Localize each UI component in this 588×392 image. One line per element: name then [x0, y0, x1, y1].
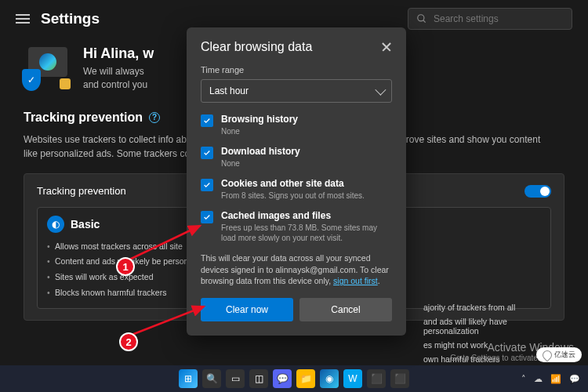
close-icon[interactable] [381, 42, 392, 53]
wifi-icon[interactable]: 📶 [550, 374, 561, 384]
dialog-title: Clear browsing data [201, 40, 312, 54]
section-title: Tracking prevention [24, 111, 143, 125]
svg-point-0 [418, 15, 424, 21]
page-title: Settings [41, 10, 100, 27]
option-cookies[interactable]: Cookies and other site data From 8 sites… [201, 178, 392, 201]
cancel-button[interactable]: Cancel [299, 298, 392, 321]
profile-icon: ✓ [24, 45, 69, 91]
checkbox-icon[interactable] [201, 211, 213, 223]
taskbar: ⊞ 🔍 ▭ ◫ 💬 📁 ◉ W ⬛ ⬛ ˄ ☁ 📶 💬 [0, 365, 588, 392]
corner-logo: 亿速云 [536, 347, 582, 362]
menu-button[interactable] [16, 14, 30, 24]
shield-icon: ✓ [22, 69, 41, 91]
sign-out-link[interactable]: sign out first [333, 276, 378, 285]
chevron-down-icon [375, 85, 386, 96]
search-box[interactable] [408, 8, 572, 30]
greeting-line2: and control you [83, 78, 154, 92]
option-download-history[interactable]: Download history None [201, 146, 392, 169]
app-icon[interactable]: ⬛ [367, 369, 386, 388]
system-tray[interactable]: ˄ ☁ 📶 💬 [521, 374, 580, 384]
search-input[interactable] [434, 13, 564, 24]
basic-icon: ◐ [47, 216, 64, 233]
edge-icon[interactable]: ◉ [320, 369, 339, 388]
svg-line-1 [423, 20, 426, 23]
checkbox-icon[interactable] [201, 147, 213, 159]
search-icon [416, 13, 427, 24]
taskview-icon[interactable]: ▭ [226, 369, 245, 388]
annotation-badge-2: 2 [119, 332, 138, 351]
help-icon[interactable]: ? [149, 112, 160, 123]
sync-notice: This will clear your data across all you… [201, 252, 392, 287]
option-browsing-history[interactable]: Browsing history None [201, 114, 392, 136]
edge-logo-icon [39, 53, 56, 71]
tracking-toggle[interactable] [524, 185, 551, 198]
time-range-label: Time range [201, 65, 392, 74]
annotation-badge-1: 1 [116, 257, 135, 276]
checkbox-icon[interactable] [201, 179, 213, 191]
clear-now-button[interactable]: Clear now [201, 298, 293, 321]
search-taskbar-icon[interactable]: 🔍 [202, 369, 221, 388]
time-range-dropdown[interactable]: Last hour [201, 79, 392, 103]
notification-icon[interactable]: 💬 [569, 374, 580, 384]
app-icon[interactable]: ⬛ [390, 369, 409, 388]
cloud-icon[interactable]: ☁ [534, 374, 543, 384]
card-title: Tracking prevention [37, 185, 126, 197]
basic-name: Basic [71, 218, 100, 230]
checkbox-icon[interactable] [201, 114, 213, 127]
tray-chevron-icon[interactable]: ˄ [521, 374, 526, 384]
word-icon[interactable]: W [343, 369, 362, 388]
explorer-icon[interactable]: 📁 [296, 369, 315, 388]
time-range-value: Last hour [209, 85, 249, 96]
chat-icon[interactable]: 💬 [273, 369, 292, 388]
widgets-icon[interactable]: ◫ [249, 369, 268, 388]
greeting-title: Hi Alina, w [83, 45, 154, 62]
start-icon[interactable]: ⊞ [179, 369, 198, 388]
option-cached[interactable]: Cached images and files Frees up less th… [201, 210, 392, 243]
greeting-line1: We will always [83, 65, 154, 78]
lock-icon [60, 78, 71, 89]
clear-data-dialog: Clear browsing data Time range Last hour… [187, 27, 406, 336]
